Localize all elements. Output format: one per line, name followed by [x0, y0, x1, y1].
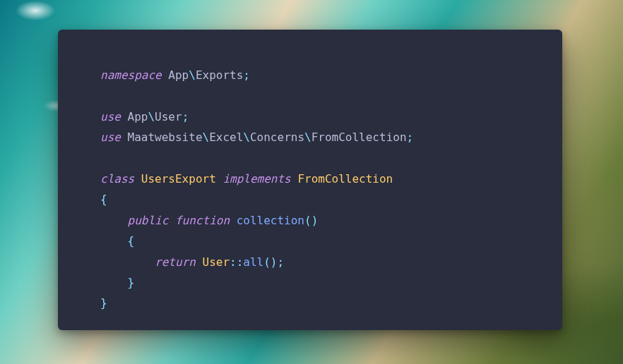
paren-open: (: [263, 255, 271, 269]
paren-close: ): [312, 214, 319, 227]
code-block: namespace App\Exports; use App\User; use…: [100, 65, 548, 314]
namespace-segment: Exports: [196, 68, 243, 82]
brace-close: }: [100, 296, 107, 310]
namespace-segment: App: [168, 68, 189, 82]
backslash: \: [148, 110, 155, 123]
backslash: \: [243, 131, 250, 144]
semicolon: ;: [407, 131, 414, 144]
keyword-class: class: [100, 172, 134, 186]
keyword-namespace: namespace: [100, 68, 162, 82]
double-colon: ::: [230, 255, 243, 269]
keyword-implements: implements: [222, 172, 290, 186]
class-ref: User: [203, 255, 230, 269]
keyword-public: public: [128, 214, 169, 227]
method-call: all: [243, 255, 263, 269]
namespace-segment: Excel: [209, 131, 243, 144]
namespace-segment: App: [128, 110, 148, 123]
keyword-use: use: [100, 131, 121, 144]
semicolon: ;: [182, 110, 189, 123]
keyword-function: function: [175, 214, 230, 227]
brace-open: {: [128, 234, 135, 248]
namespace-segment: User: [155, 110, 182, 123]
namespace-segment: FromCollection: [312, 131, 407, 144]
class-name: UsersExport: [141, 172, 216, 186]
backslash: \: [189, 68, 196, 82]
paren-open: (: [304, 214, 312, 227]
keyword-return: return: [155, 255, 196, 269]
brace-open: {: [100, 193, 107, 206]
method-name: collection: [237, 214, 304, 227]
namespace-segment: Maatwebsite: [128, 131, 203, 144]
namespace-segment: Concerns: [250, 131, 304, 144]
backslash: \: [203, 131, 210, 144]
semicolon: ;: [243, 68, 250, 82]
backslash: \: [304, 131, 312, 144]
keyword-use: use: [100, 110, 121, 123]
semicolon: ;: [277, 255, 284, 269]
interface-name: FromCollection: [297, 172, 393, 186]
code-editor-window: namespace App\Exports; use App\User; use…: [58, 30, 562, 330]
brace-close: }: [128, 276, 135, 289]
